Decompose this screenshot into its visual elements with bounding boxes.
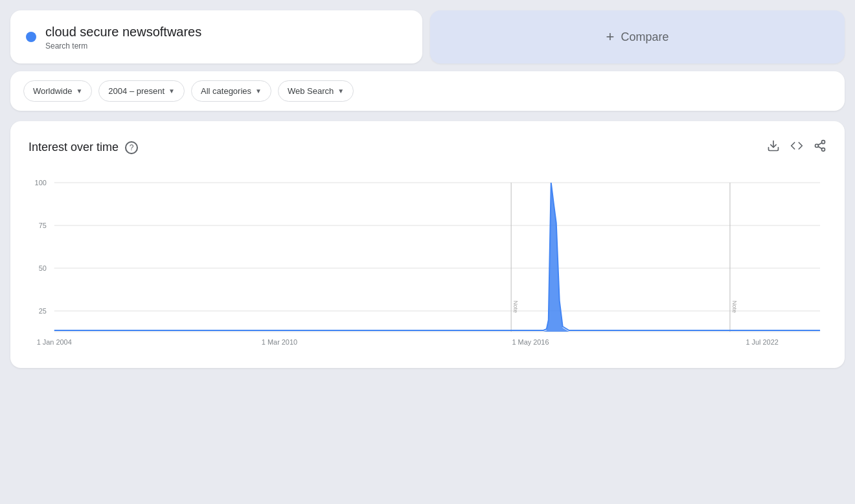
chart-title: Interest over time	[28, 141, 119, 154]
search-term-dot	[26, 32, 36, 42]
spike-fill	[543, 183, 569, 332]
filter-time[interactable]: 2004 – present ▼	[98, 80, 185, 102]
filter-location[interactable]: Worldwide ▼	[23, 80, 92, 102]
compare-inner: + Compare	[606, 29, 669, 45]
note-text-1: Note	[512, 301, 519, 313]
filter-category-label: All categories	[201, 86, 251, 96]
filters-bar: Worldwide ▼ 2004 – present ▼ All categor…	[10, 71, 845, 111]
help-icon[interactable]: ?	[125, 141, 138, 154]
search-term-name: cloud secure newsoftwares	[45, 23, 201, 40]
x-label-2016: 1 May 2016	[512, 338, 549, 346]
chart-area: 100 75 50 25 Note Note	[28, 171, 826, 352]
interest-over-time-card: Interest over time ?	[10, 121, 845, 368]
chevron-down-icon: ▼	[168, 87, 175, 95]
card-header: Interest over time ?	[28, 139, 826, 155]
filter-category[interactable]: All categories ▼	[191, 80, 271, 102]
trend-polyline	[54, 183, 820, 330]
filter-location-label: Worldwide	[33, 86, 72, 96]
search-term-text: cloud secure newsoftwares Search term	[45, 23, 201, 51]
embed-icon[interactable]	[790, 139, 803, 155]
compare-card[interactable]: + Compare	[430, 10, 845, 63]
note-text-2: Note	[731, 301, 738, 313]
x-label-2022: 1 Jul 2022	[746, 338, 778, 346]
share-icon[interactable]	[814, 139, 826, 155]
top-section: cloud secure newsoftwares Search term + …	[10, 10, 845, 63]
svg-line-4	[818, 146, 822, 148]
svg-line-5	[818, 143, 822, 144]
chart-svg: 100 75 50 25 Note Note	[28, 171, 826, 352]
chevron-down-icon: ▼	[255, 87, 262, 95]
card-actions	[767, 139, 826, 155]
chevron-down-icon: ▼	[76, 87, 82, 95]
x-label-2004: 1 Jan 2004	[37, 338, 72, 346]
search-term-label: Search term	[45, 41, 201, 51]
download-icon[interactable]	[767, 139, 780, 155]
y-label-25: 25	[39, 307, 47, 315]
compare-plus-icon: +	[606, 29, 615, 45]
search-term-card: cloud secure newsoftwares Search term	[10, 10, 422, 63]
y-label-100: 100	[35, 179, 47, 187]
filter-time-label: 2004 – present	[108, 86, 165, 96]
y-label-75: 75	[39, 222, 47, 229]
filter-search-type-label: Web Search	[288, 86, 334, 96]
compare-label: Compare	[621, 30, 668, 44]
y-label-50: 50	[39, 264, 47, 272]
filter-search-type[interactable]: Web Search ▼	[278, 80, 354, 102]
x-label-2010: 1 Mar 2010	[262, 338, 297, 346]
chevron-down-icon: ▼	[337, 87, 344, 95]
card-title-row: Interest over time ?	[28, 141, 138, 154]
